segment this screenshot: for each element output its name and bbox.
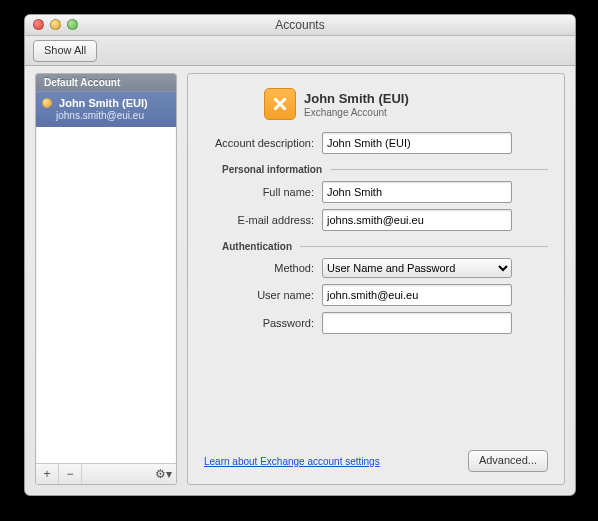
sidebar-footer: + − ⚙▾ [36,463,176,484]
titlebar: Accounts [25,15,575,36]
account-detail-panel: John Smith (EUI) Exchange Account Accoun… [187,73,565,485]
full-name-input[interactable] [322,181,512,203]
account-title: John Smith (EUI) [304,91,409,106]
account-description-input[interactable] [322,132,512,154]
account-actions-button[interactable]: ⚙▾ [150,464,176,484]
account-group-header: Default Account [36,74,176,91]
authentication-section: Authentication [204,241,548,252]
account-item-name: John Smith (EUI) [59,97,148,109]
gear-icon: ⚙▾ [155,467,172,481]
password-input[interactable] [322,312,512,334]
user-name-input[interactable] [322,284,512,306]
exchange-icon [264,88,296,120]
status-dot-icon [42,98,52,108]
accounts-sidebar: Default Account John Smith (EUI) johns.s… [35,73,177,485]
learn-more-link[interactable]: Learn about Exchange account settings [204,456,380,467]
email-input[interactable] [322,209,512,231]
zoom-icon[interactable] [67,19,78,30]
email-label: E-mail address: [204,214,314,226]
window-title: Accounts [275,18,324,32]
personal-info-section: Personal information [204,164,548,175]
password-label: Password: [204,317,314,329]
advanced-button[interactable]: Advanced... [468,450,548,472]
method-select[interactable]: User Name and Password [322,258,512,278]
method-label: Method: [204,262,314,274]
minimize-icon[interactable] [50,19,61,30]
remove-account-button[interactable]: − [59,464,82,484]
account-list: Default Account John Smith (EUI) johns.s… [36,74,176,463]
account-item-email: johns.smith@eui.eu [56,110,170,121]
add-account-button[interactable]: + [36,464,59,484]
full-name-label: Full name: [204,186,314,198]
account-description-label: Account description: [204,137,314,149]
close-icon[interactable] [33,19,44,30]
show-all-button[interactable]: Show All [33,40,97,62]
account-subtitle: Exchange Account [304,107,409,118]
window-controls [33,19,78,30]
accounts-window: Accounts Show All Default Account John S… [24,14,576,496]
toolbar: Show All [25,36,575,66]
account-header: John Smith (EUI) Exchange Account [264,88,548,120]
account-item[interactable]: John Smith (EUI) johns.smith@eui.eu [36,91,176,127]
user-name-label: User name: [204,289,314,301]
